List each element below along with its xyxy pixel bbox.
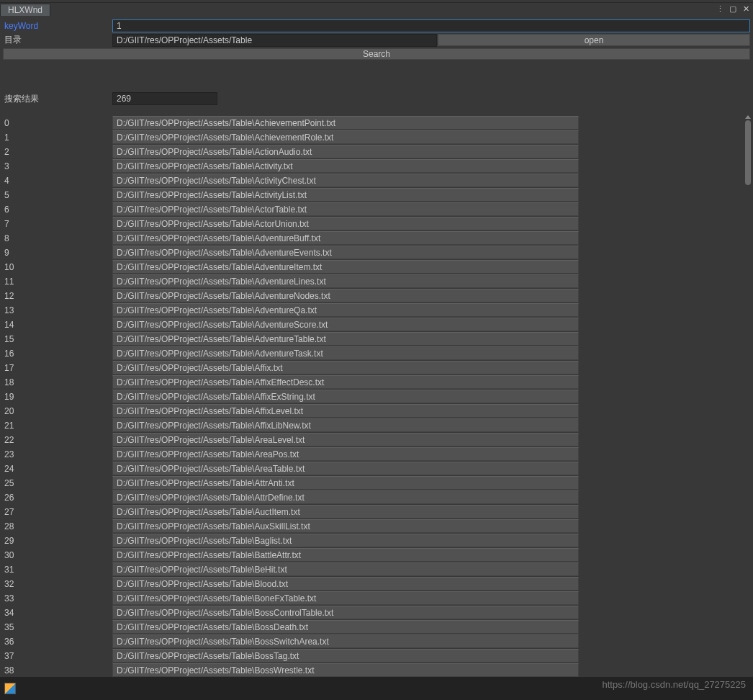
result-index: 22 (3, 435, 112, 445)
result-row: 22D:/GIIT/res/OPProject/Assets/Table\Are… (3, 433, 750, 447)
result-path[interactable]: D:/GIIT/res/OPProject/Assets/Table\Affix… (112, 404, 579, 418)
result-path[interactable]: D:/GIIT/res/OPProject/Assets/Table\BossS… (112, 634, 579, 648)
result-path[interactable]: D:/GIIT/res/OPProject/Assets/Table\AttrD… (112, 490, 579, 504)
result-path[interactable]: D:/GIIT/res/OPProject/Assets/Table\BossW… (112, 663, 579, 677)
results-label: 搜索结果 (3, 93, 112, 105)
result-path[interactable]: D:/GIIT/res/OPProject/Assets/Table\AttrA… (112, 476, 579, 490)
result-row: 28D:/GIIT/res/OPProject/Assets/Table\Aux… (3, 519, 750, 534)
result-index: 16 (3, 349, 112, 359)
result-path[interactable]: D:/GIIT/res/OPProject/Assets/Table\AreaL… (112, 433, 579, 447)
result-path[interactable]: D:/GIIT/res/OPProject/Assets/Table\Adven… (112, 303, 579, 317)
menu-icon[interactable]: ⋮ (716, 4, 724, 13)
result-path[interactable]: D:/GIIT/res/OPProject/Assets/Table\AreaP… (112, 447, 579, 461)
result-path[interactable]: D:/GIIT/res/OPProject/Assets/Table\Activ… (112, 188, 579, 202)
result-index: 32 (3, 579, 112, 589)
result-index: 23 (3, 449, 112, 459)
result-path[interactable]: D:/GIIT/res/OPProject/Assets/Table\Actio… (112, 145, 579, 158)
result-path[interactable]: D:/GIIT/res/OPProject/Assets/Table\Adven… (112, 346, 579, 360)
result-path[interactable]: D:/GIIT/res/OPProject/Assets/Table\AuxSk… (112, 519, 579, 533)
result-index: 0 (3, 118, 112, 128)
result-path[interactable]: D:/GIIT/res/OPProject/Assets/Table\Adven… (112, 332, 579, 346)
result-path[interactable]: D:/GIIT/res/OPProject/Assets/Table\Bagli… (112, 534, 579, 547)
result-row: 3D:/GIIT/res/OPProject/Assets/Table\Acti… (3, 159, 750, 174)
result-row: 30D:/GIIT/res/OPProject/Assets/Table\Bat… (3, 548, 750, 562)
result-path[interactable]: D:/GIIT/res/OPProject/Assets/Table\BossC… (112, 606, 579, 619)
result-row: 13D:/GIIT/res/OPProject/Assets/Table\Adv… (3, 303, 750, 318)
result-path[interactable]: D:/GIIT/res/OPProject/Assets/Table\AreaT… (112, 462, 579, 475)
result-path[interactable]: D:/GIIT/res/OPProject/Assets/Table\Activ… (112, 159, 579, 173)
result-index: 21 (3, 421, 112, 431)
result-path[interactable]: D:/GIIT/res/OPProject/Assets/Table\Adven… (112, 318, 579, 331)
result-index: 4 (3, 176, 112, 186)
result-index: 20 (3, 406, 112, 416)
result-path[interactable]: D:/GIIT/res/OPProject/Assets/Table\Activ… (112, 174, 579, 187)
result-path[interactable]: D:/GIIT/res/OPProject/Assets/Table\Achie… (112, 130, 579, 144)
taskbar-app-icon[interactable] (4, 683, 16, 694)
tab-bar: HLXWnd (0, 3, 753, 16)
directory-input[interactable] (112, 34, 437, 47)
result-path[interactable]: D:/GIIT/res/OPProject/Assets/Table\Actor… (112, 202, 579, 216)
result-path[interactable]: D:/GIIT/res/OPProject/Assets/Table\Adven… (112, 289, 579, 302)
result-row: 7D:/GIIT/res/OPProject/Assets/Table\Acto… (3, 217, 750, 231)
search-button[interactable]: Search (3, 48, 750, 60)
result-path[interactable]: D:/GIIT/res/OPProject/Assets/Table\Battl… (112, 548, 579, 562)
tab-hlxwnd[interactable]: HLXWnd (0, 4, 50, 16)
result-path[interactable]: D:/GIIT/res/OPProject/Assets/Table\Affix… (112, 375, 579, 389)
result-row: 27D:/GIIT/res/OPProject/Assets/Table\Auc… (3, 505, 750, 519)
result-path[interactable]: D:/GIIT/res/OPProject/Assets/Table\Affix… (112, 361, 579, 374)
result-path[interactable]: D:/GIIT/res/OPProject/Assets/Table\Blood… (112, 577, 579, 591)
result-row: 6D:/GIIT/res/OPProject/Assets/Table\Acto… (3, 202, 750, 217)
result-index: 9 (3, 248, 112, 258)
results-count: 269 (112, 92, 217, 105)
directory-label: 目录 (3, 34, 112, 46)
result-path[interactable]: D:/GIIT/res/OPProject/Assets/Table\AuctI… (112, 505, 579, 519)
result-path[interactable]: D:/GIIT/res/OPProject/Assets/Table\Affix… (112, 390, 579, 403)
result-path[interactable]: D:/GIIT/res/OPProject/Assets/Table\Adven… (112, 231, 579, 245)
scrollbar[interactable] (744, 115, 752, 670)
result-path[interactable]: D:/GIIT/res/OPProject/Assets/Table\BeHit… (112, 562, 579, 576)
result-path[interactable]: D:/GIIT/res/OPProject/Assets/Table\Adven… (112, 274, 579, 288)
result-row: 38D:/GIIT/res/OPProject/Assets/Table\Bos… (3, 663, 750, 678)
result-index: 14 (3, 320, 112, 330)
result-path[interactable]: D:/GIIT/res/OPProject/Assets/Table\BossD… (112, 620, 579, 634)
result-index: 31 (3, 565, 112, 575)
open-button[interactable]: open (438, 34, 750, 46)
close-icon[interactable]: ✕ (741, 4, 750, 13)
window-controls: ⋮ ▢ ✕ (716, 4, 750, 13)
result-path[interactable]: D:/GIIT/res/OPProject/Assets/Table\Adven… (112, 260, 579, 274)
maximize-icon[interactable]: ▢ (729, 4, 737, 13)
result-row: 8D:/GIIT/res/OPProject/Assets/Table\Adve… (3, 231, 750, 246)
result-row: 10D:/GIIT/res/OPProject/Assets/Table\Adv… (3, 260, 750, 274)
result-index: 33 (3, 593, 112, 603)
scroll-thumb[interactable] (745, 120, 751, 185)
result-path[interactable]: D:/GIIT/res/OPProject/Assets/Table\Achie… (112, 116, 579, 130)
result-row: 18D:/GIIT/res/OPProject/Assets/Table\Aff… (3, 375, 750, 390)
result-index: 35 (3, 622, 112, 632)
result-row: 16D:/GIIT/res/OPProject/Assets/Table\Adv… (3, 346, 750, 361)
result-path[interactable]: D:/GIIT/res/OPProject/Assets/Table\Actor… (112, 217, 579, 230)
result-index: 36 (3, 637, 112, 647)
result-path[interactable]: D:/GIIT/res/OPProject/Assets/Table\BoneF… (112, 591, 579, 605)
result-row: 14D:/GIIT/res/OPProject/Assets/Table\Adv… (3, 318, 750, 332)
result-row: 12D:/GIIT/res/OPProject/Assets/Table\Adv… (3, 289, 750, 303)
result-path[interactable]: D:/GIIT/res/OPProject/Assets/Table\Adven… (112, 246, 579, 259)
result-path[interactable]: D:/GIIT/res/OPProject/Assets/Table\Affix… (112, 418, 579, 432)
watermark: https://blog.csdn.net/qq_27275225 (603, 679, 747, 690)
result-index: 34 (3, 608, 112, 618)
result-index: 8 (3, 233, 112, 243)
result-index: 13 (3, 305, 112, 315)
result-row: 19D:/GIIT/res/OPProject/Assets/Table\Aff… (3, 390, 750, 404)
result-row: 29D:/GIIT/res/OPProject/Assets/Table\Bag… (3, 534, 750, 548)
keyword-input[interactable] (112, 19, 750, 32)
result-row: 11D:/GIIT/res/OPProject/Assets/Table\Adv… (3, 274, 750, 289)
result-row: 1D:/GIIT/res/OPProject/Assets/Table\Achi… (3, 130, 750, 145)
result-path[interactable]: D:/GIIT/res/OPProject/Assets/Table\BossT… (112, 649, 579, 663)
result-index: 15 (3, 334, 112, 344)
keyword-label[interactable]: keyWord (3, 21, 112, 31)
result-row: 37D:/GIIT/res/OPProject/Assets/Table\Bos… (3, 649, 750, 663)
results-list: 0D:/GIIT/res/OPProject/Assets/Table\Achi… (0, 113, 753, 681)
result-row: 26D:/GIIT/res/OPProject/Assets/Table\Att… (3, 490, 750, 505)
result-row: 23D:/GIIT/res/OPProject/Assets/Table\Are… (3, 447, 750, 462)
scroll-up-icon[interactable] (745, 115, 751, 119)
result-index: 11 (3, 277, 112, 287)
